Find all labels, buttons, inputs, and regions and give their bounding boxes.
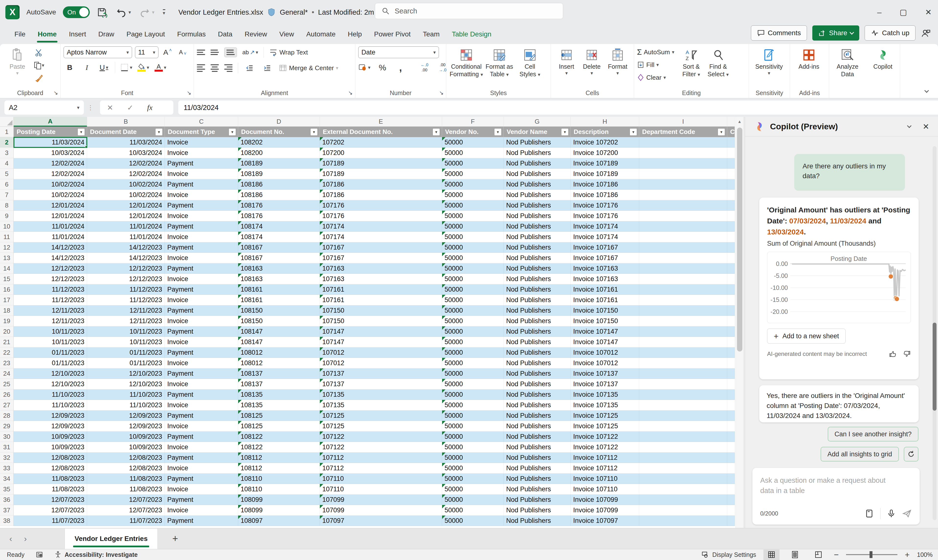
tab-help[interactable]: Help (342, 25, 368, 44)
row-number-36[interactable]: 36 (0, 494, 14, 505)
cell-C32[interactable]: Payment (165, 452, 238, 463)
cell-H4[interactable]: Invoice 107189 (571, 158, 639, 169)
cell-A19[interactable]: 12/11/2023 (14, 316, 87, 326)
cell-I13[interactable] (639, 253, 727, 263)
cell-B22[interactable]: 01/11/2023 (87, 347, 165, 358)
table-header-F[interactable]: Vendor No.▾ (442, 127, 504, 137)
increase-decimal-button[interactable]: ←.0.00 (418, 62, 431, 73)
cell-I5[interactable] (639, 169, 727, 179)
cell-I19[interactable] (639, 316, 727, 326)
page-break-preview-button[interactable] (810, 549, 827, 560)
cell-D8[interactable]: 108176 (238, 200, 320, 211)
cell-I21[interactable] (639, 337, 727, 347)
filter-button-D[interactable]: ▾ (310, 128, 318, 136)
table-header-H[interactable]: Description▾ (571, 127, 639, 137)
cell-H35[interactable]: Invoice 107110 (571, 484, 639, 494)
row-number-19[interactable]: 19 (0, 316, 14, 326)
cell-E19[interactable]: 107150 (320, 316, 442, 326)
tab-table-design[interactable]: Table Design (446, 25, 497, 44)
cell-C7[interactable]: Invoice (165, 190, 238, 200)
row-number-34[interactable]: 34 (0, 474, 14, 484)
cell-F28[interactable]: 50000 (442, 411, 504, 421)
number-format-combo[interactable]: Date▾ (358, 46, 439, 58)
cell-B16[interactable]: 11/12/2023 (87, 284, 165, 295)
cell-A6[interactable]: 10/02/2024 (14, 179, 87, 190)
cell-H14[interactable]: Invoice 107163 (571, 263, 639, 274)
cell-E6[interactable]: 107186 (320, 179, 442, 190)
cell-B26[interactable]: 11/10/2023 (87, 389, 165, 400)
people-presence-icon[interactable] (921, 28, 931, 38)
cell-F11[interactable]: 50000 (442, 232, 504, 242)
tab-formulas[interactable]: Formulas (171, 25, 212, 44)
cell-E11[interactable]: 107174 (320, 232, 442, 242)
cell-styles-button[interactable]: Cell Styles ▾ (515, 46, 545, 78)
cell-F31[interactable]: 50000 (442, 442, 504, 452)
filter-button-H[interactable]: ▾ (630, 128, 637, 136)
cell-G28[interactable]: Nod Publishers (504, 411, 571, 421)
cell-B11[interactable]: 11/01/2024 (87, 232, 165, 242)
row-number-2[interactable]: 2 (0, 137, 14, 148)
document-title[interactable]: Vendor Ledger Entries.xlsx (179, 8, 263, 16)
cell-G36[interactable]: Nod Publishers (504, 494, 571, 505)
cell-I7[interactable] (639, 190, 727, 200)
row-number-32[interactable]: 32 (0, 452, 14, 463)
cell-A16[interactable]: 11/12/2023 (14, 284, 87, 295)
analyze-data-button[interactable]: Analyze Data (832, 46, 863, 78)
cell-H19[interactable]: Invoice 107150 (571, 316, 639, 326)
cell-B23[interactable]: 01/11/2023 (87, 358, 165, 368)
row-number-16[interactable]: 16 (0, 284, 14, 295)
cell-D6[interactable]: 108186 (238, 179, 320, 190)
cell-G9[interactable]: Nod Publishers (504, 211, 571, 221)
cell-D36[interactable]: 108099 (238, 494, 320, 505)
row-number-5[interactable]: 5 (0, 169, 14, 179)
cell-I32[interactable] (639, 452, 727, 463)
cell-D19[interactable]: 108150 (238, 316, 320, 326)
cell-A20[interactable]: 10/11/2023 (14, 326, 87, 337)
row-number-3[interactable]: 3 (0, 148, 14, 158)
cell-F15[interactable]: 50000 (442, 274, 504, 284)
column-header-C[interactable]: C (165, 117, 238, 127)
cell-E27[interactable]: 107135 (320, 400, 442, 411)
cell-I4[interactable] (639, 158, 727, 169)
cell-H31[interactable]: Invoice 107122 (571, 442, 639, 452)
decrease-indent-button[interactable] (243, 62, 256, 74)
accessibility-status[interactable]: Accessibility: Investigate (54, 551, 138, 558)
cell-C28[interactable]: Payment (165, 411, 238, 421)
cell-E10[interactable]: 107174 (320, 221, 442, 232)
cell-H37[interactable]: Invoice 107099 (571, 505, 639, 515)
cell-E17[interactable]: 107161 (320, 295, 442, 305)
row-number-17[interactable]: 17 (0, 295, 14, 305)
column-header-E[interactable]: E (320, 117, 442, 127)
cell-A23[interactable]: 01/11/2023 (14, 358, 87, 368)
cell-H24[interactable]: Invoice 107137 (571, 368, 639, 379)
minimize-button[interactable]: – (877, 8, 881, 17)
cell-F9[interactable]: 50000 (442, 211, 504, 221)
tab-draw[interactable]: Draw (92, 25, 120, 44)
cell-C15[interactable]: Invoice (165, 274, 238, 284)
grid-vertical-scrollbar[interactable]: ▲ (736, 117, 743, 528)
cell-E35[interactable]: 107110 (320, 484, 442, 494)
cell-C5[interactable]: Invoice (165, 169, 238, 179)
formula-input[interactable]: 11/03/2024 (178, 100, 938, 115)
cell-A38[interactable]: 11/07/2023 (14, 515, 87, 526)
cell-C4[interactable]: Payment (165, 158, 238, 169)
row-number-31[interactable]: 31 (0, 442, 14, 452)
undo-button[interactable]: ▾ (116, 7, 131, 18)
grow-font-button[interactable]: A˄ (162, 46, 174, 58)
cell-F33[interactable]: 50000 (442, 463, 504, 474)
cell-B30[interactable]: 10/09/2023 (87, 431, 165, 442)
cell-G27[interactable]: Nod Publishers (504, 400, 571, 411)
cell-A31[interactable]: 10/09/2023 (14, 442, 87, 452)
cell-C27[interactable]: Invoice (165, 400, 238, 411)
cell-D13[interactable]: 108167 (238, 253, 320, 263)
cell-B14[interactable]: 12/12/2023 (87, 263, 165, 274)
cell-D27[interactable]: 108135 (238, 400, 320, 411)
cell-A2[interactable]: 11/03/2024 (14, 137, 87, 148)
align-center-button[interactable] (211, 64, 219, 72)
cell-B17[interactable]: 11/12/2023 (87, 295, 165, 305)
cell-H11[interactable]: Invoice 107174 (571, 232, 639, 242)
cell-B8[interactable]: 12/01/2024 (87, 200, 165, 211)
cell-B5[interactable]: 12/02/2024 (87, 169, 165, 179)
thumbs-up-icon[interactable] (889, 350, 897, 358)
cell-G6[interactable]: Nod Publishers (504, 179, 571, 190)
